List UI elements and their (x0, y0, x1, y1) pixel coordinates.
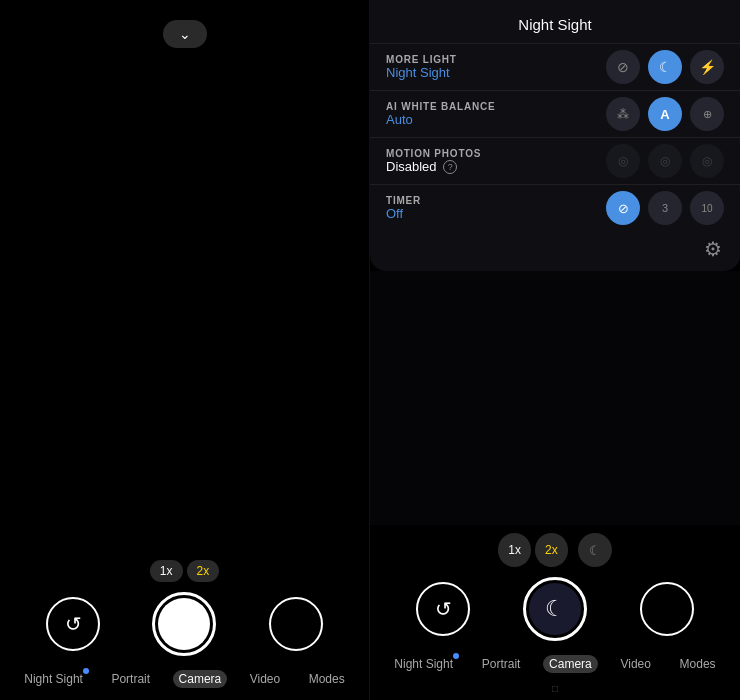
more-light-label-col: MORE LIGHT Night Sight (386, 54, 606, 80)
zoom-2x-button[interactable]: 2x (187, 560, 220, 582)
white-balance-label-col: AI WHITE BALANCE Auto (386, 101, 606, 127)
white-balance-value: Auto (386, 112, 606, 127)
more-light-off-button[interactable]: ⊘ (606, 50, 640, 84)
mode-modes[interactable]: Modes (303, 670, 351, 688)
left-camera-panel: ⌄ 1x 2x ↺ Night Sight Portrait (0, 0, 370, 700)
timer-3s-icon: 3 (662, 202, 668, 214)
mode-video[interactable]: Video (244, 670, 286, 688)
motion-photos-row: MOTION PHOTOS Disabled ? ◎ ◎ ◎ (370, 137, 740, 184)
right-bottom-controls: 1x 2x ☾ ↺ ☾ Night (370, 525, 740, 700)
shutter-inner (158, 598, 210, 650)
wb-auto-button[interactable]: A (648, 97, 682, 131)
wb-cloudy-button[interactable]: ⁂ (606, 97, 640, 131)
ai-white-balance-row: AI WHITE BALANCE Auto ⁂ A ⊕ (370, 90, 740, 137)
motion-photos-value: Disabled ? (386, 159, 606, 175)
timer-10s-icon: 10 (701, 203, 712, 214)
motion-photos-icon2: ◎ (660, 154, 670, 168)
right-night-sight-dot (453, 653, 459, 659)
white-balance-title: AI WHITE BALANCE (386, 101, 606, 112)
timer-3s-button[interactable]: 3 (648, 191, 682, 225)
mode-night-sight[interactable]: Night Sight (18, 670, 89, 688)
night-quick-icon: ☾ (589, 543, 601, 558)
mode-camera[interactable]: Camera (173, 670, 228, 688)
timer-row: TIMER Off ⊘ 3 10 (370, 184, 740, 231)
motion-photos-icons: ◎ ◎ ◎ (606, 144, 724, 178)
motion-photos-help-icon[interactable]: ? (443, 160, 457, 174)
more-light-value: Night Sight (386, 65, 606, 80)
more-light-row: MORE LIGHT Night Sight ⊘ ☾ ⚡ (370, 43, 740, 90)
right-mode-camera[interactable]: Camera (543, 655, 598, 673)
moon-icon: ☾ (659, 59, 672, 75)
gear-row: ⚙ (370, 231, 740, 271)
wb-warm-button[interactable]: ⊕ (690, 97, 724, 131)
gear-icon: ⚙ (704, 238, 722, 260)
right-mode-night-sight[interactable]: Night Sight (388, 655, 459, 673)
motion-photos-title: MOTION PHOTOS (386, 148, 606, 159)
shutter-moon-icon: ☾ (545, 596, 565, 622)
right-shutter-inner: ☾ (529, 583, 581, 635)
zoom-1x-button[interactable]: 1x (150, 560, 183, 582)
motion-photos-icon1: ◎ (618, 154, 628, 168)
right-mode-video[interactable]: Video (614, 655, 656, 673)
right-gallery-button[interactable] (640, 582, 694, 636)
motion-photos-btn3[interactable]: ◎ (690, 144, 724, 178)
settings-overlay: Night Sight MORE LIGHT Night Sight ⊘ ☾ ⚡ (370, 0, 740, 700)
shutter-button[interactable] (152, 592, 216, 656)
settings-panel: Night Sight MORE LIGHT Night Sight ⊘ ☾ ⚡ (370, 0, 740, 271)
wb-auto-icon: A (660, 107, 669, 122)
more-light-flash-button[interactable]: ⚡ (690, 50, 724, 84)
right-mode-portrait[interactable]: Portrait (476, 655, 527, 673)
more-light-icons: ⊘ ☾ ⚡ (606, 50, 724, 84)
timer-off-button[interactable]: ⊘ (606, 191, 640, 225)
right-shutter-button[interactable]: ☾ (523, 577, 587, 641)
white-balance-icons: ⁂ A ⊕ (606, 97, 724, 131)
timer-title: TIMER (386, 195, 606, 206)
mode-portrait[interactable]: Portrait (105, 670, 156, 688)
zoom-selector: 1x 2x (0, 560, 369, 582)
motion-photos-btn1[interactable]: ◎ (606, 144, 640, 178)
flip-camera-icon: ↺ (65, 612, 82, 636)
more-light-title: MORE LIGHT (386, 54, 606, 65)
phone-bottom-indicator: □ (370, 681, 740, 696)
right-mode-modes[interactable]: Modes (674, 655, 722, 673)
motion-photos-label-col: MOTION PHOTOS Disabled ? (386, 148, 606, 175)
chevron-down-button[interactable]: ⌄ (163, 20, 207, 48)
right-flip-camera-icon: ↺ (435, 597, 452, 621)
wb-cloudy-icon: ⁂ (617, 107, 629, 121)
no-flash-icon: ⊘ (617, 59, 629, 75)
right-mode-selector-row: Night Sight Portrait Camera Video Modes (370, 651, 740, 681)
left-bottom-controls: 1x 2x ↺ Night Sight Portrait Camera (0, 552, 369, 700)
motion-photos-btn2[interactable]: ◎ (648, 144, 682, 178)
flip-camera-button[interactable]: ↺ (46, 597, 100, 651)
right-camera-controls-row: ↺ ☾ (370, 577, 740, 641)
left-viewfinder: ⌄ (0, 0, 369, 552)
right-camera-panel: Night Sight MORE LIGHT Night Sight ⊘ ☾ ⚡ (370, 0, 740, 700)
right-zoom-1x-button[interactable]: 1x (498, 533, 531, 567)
right-flip-camera-button[interactable]: ↺ (416, 582, 470, 636)
timer-icons: ⊘ 3 10 (606, 191, 724, 225)
wb-warm-icon: ⊕ (703, 108, 712, 121)
right-zoom-2x-button[interactable]: 2x (535, 533, 568, 567)
timer-value: Off (386, 206, 606, 221)
night-sight-dot (83, 668, 89, 674)
camera-controls-row: ↺ (0, 592, 369, 656)
timer-10s-button[interactable]: 10 (690, 191, 724, 225)
timer-label-col: TIMER Off (386, 195, 606, 221)
night-mode-quick-button[interactable]: ☾ (578, 533, 612, 567)
gear-settings-button[interactable]: ⚙ (704, 237, 722, 261)
gallery-button[interactable] (269, 597, 323, 651)
more-light-night-button[interactable]: ☾ (648, 50, 682, 84)
timer-off-icon: ⊘ (618, 201, 629, 216)
flash-icon: ⚡ (699, 59, 716, 75)
motion-photos-icon3: ◎ (702, 154, 712, 168)
settings-title: Night Sight (370, 10, 740, 43)
mode-selector-row: Night Sight Portrait Camera Video Modes (0, 666, 369, 696)
right-zoom-selector: 1x 2x ☾ (370, 533, 740, 567)
chevron-down-icon: ⌄ (179, 26, 191, 42)
right-viewfinder (370, 271, 740, 525)
